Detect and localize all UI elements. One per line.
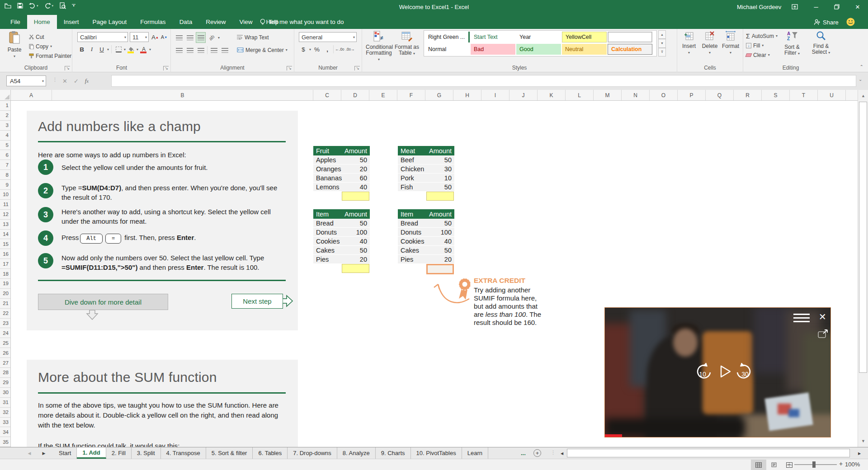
vscroll-up-arrow[interactable]: ▲ [858,91,868,101]
tell-me-box[interactable]: Tell me what you want to do [260,15,344,29]
item-cell[interactable]: Chicken [398,165,426,173]
formula-bar-expand-button[interactable]: ⌄ [859,77,862,82]
close-button[interactable]: ✕ [850,0,865,14]
vertical-scrollbar-thumb[interactable] [859,102,867,373]
worksheet[interactable]: Add numbers like a champ Here are some w… [11,101,858,447]
item-cell[interactable]: Pies [313,256,342,263]
row-header[interactable]: 2 [0,111,10,121]
column-header[interactable]: J [509,90,538,100]
fruit-sum-yellow-cell[interactable] [342,192,369,201]
item-cell[interactable]: Fish [398,183,426,191]
video-progress-bar[interactable] [605,434,622,437]
row-header[interactable]: 19 [0,279,10,289]
row-header[interactable]: 27 [0,358,10,368]
restore-button[interactable] [829,0,844,14]
zoom-out-button[interactable]: − [787,461,791,468]
decrease-indent-button[interactable] [209,45,218,55]
horizontal-scrollbar[interactable] [566,449,852,458]
hscroll-right-arrow[interactable]: ▶ [854,447,865,459]
style-calculation[interactable]: Calculation [608,44,652,55]
video-play-button[interactable] [720,365,731,380]
row-header[interactable]: 11 [0,200,10,210]
video-popout-button[interactable] [818,329,829,340]
align-center-button[interactable] [185,45,194,55]
style-good[interactable]: Good [516,44,561,55]
new-sheet-button[interactable]: + [533,449,541,457]
namebox-splitter[interactable]: ⋮ [52,77,58,83]
column-header[interactable]: O [650,90,678,100]
column-header[interactable]: H [453,90,481,100]
amount-cell[interactable]: 50 [342,220,370,227]
ribbon-tab[interactable]: Formulas [133,15,172,29]
ribbon-display-options-button[interactable] [787,0,802,14]
amount-cell[interactable]: 20 [342,165,370,173]
sheet-scroll-right-button[interactable]: ▶ [38,447,50,459]
sheet-tabs-overflow[interactable]: ... [521,450,526,456]
sheet-tab[interactable]: 3. Split [132,447,161,459]
vscroll-down-arrow[interactable]: ▼ [858,436,868,446]
align-bottom-button[interactable] [196,33,205,42]
row-header[interactable]: 25 [0,338,10,348]
item-cell[interactable]: Apples [313,156,342,164]
dive-down-button[interactable]: Dive down for more detail [38,294,168,310]
extra-credit-selected-cell[interactable] [426,264,454,274]
row-header[interactable]: 15 [0,239,10,249]
collapse-ribbon-button[interactable]: ⌃ [860,64,863,69]
sheet-tab[interactable]: 1. Add [77,447,106,459]
format-as-table-button[interactable]: Format as Table ▾ [395,31,419,60]
column-header[interactable]: D [341,90,369,100]
amount-cell[interactable]: 40 [342,183,370,191]
video-close-button[interactable]: ✕ [819,311,826,322]
column-header[interactable]: A [11,90,52,100]
row-header[interactable]: 18 [0,269,10,279]
cancel-entry-button[interactable]: ✕ [62,78,67,85]
format-cells-button[interactable]: Format▾ [721,31,741,60]
row-header[interactable]: 24 [0,328,10,338]
row-header[interactable]: 28 [0,368,10,378]
find-select-button[interactable]: Find & Select ▾ [807,31,835,60]
item-cell[interactable]: Cookies [398,238,426,245]
amount-cell[interactable]: 40 [426,238,454,245]
row-header[interactable]: 30 [0,388,10,398]
italic-button[interactable]: I [87,44,96,54]
enter-entry-button[interactable]: ✓ [74,78,79,85]
column-header[interactable]: K [538,90,566,100]
amount-cell[interactable]: 50 [426,220,454,227]
row-header[interactable]: 16 [0,249,10,259]
style-right-green[interactable]: Right Green ... [425,32,470,42]
conditional-formatting-button[interactable]: ≠ Conditional Formatting ▾ [366,31,392,60]
align-right-button[interactable] [196,45,205,55]
sheet-tab[interactable]: 10. PivotTables [411,447,462,459]
number-dialog-launcher[interactable]: ↘ [354,66,360,70]
row-header[interactable]: 35 [0,437,10,447]
style-neutral[interactable]: Neutral [562,44,607,55]
paste-button[interactable]: Paste▾ [3,31,26,60]
amount-cell[interactable]: 30 [426,165,454,173]
font-dialog-launcher[interactable]: ↘ [163,66,169,70]
row-header[interactable]: 6 [0,150,10,160]
borders-button[interactable] [114,44,123,54]
delete-cells-button[interactable]: Delete▾ [700,31,720,60]
style-bad[interactable]: Bad [471,44,515,55]
ribbon-tab[interactable]: Page Layout [86,15,134,29]
feedback-smiley-icon[interactable] [846,18,855,28]
item-cell[interactable]: Cookies [313,238,342,245]
sheet-tab[interactable]: 7. Drop-downs [288,447,337,459]
row-header[interactable]: 22 [0,309,10,319]
item-cell[interactable]: Donuts [398,229,426,236]
zoom-in-button[interactable]: + [839,460,843,467]
item-sumif-yellow-cell[interactable] [342,264,369,273]
amount-cell[interactable]: 100 [342,229,370,236]
ribbon-tab[interactable]: Home [27,15,57,29]
column-header[interactable]: U [818,90,846,100]
row-header[interactable]: 4 [0,131,10,141]
column-header[interactable]: S [762,90,790,100]
item-cell[interactable]: Donuts [313,229,342,236]
amount-cell[interactable]: 60 [342,174,370,182]
sheet-tab[interactable]: 2. Fill [106,447,132,459]
style-blank[interactable] [608,32,652,42]
account-name[interactable]: Michael Gordeev [737,4,781,10]
page-layout-view-button[interactable] [766,460,782,470]
horizontal-scrollbar-thumb[interactable] [567,449,850,457]
clear-button[interactable]: Clear▾ [746,50,778,60]
